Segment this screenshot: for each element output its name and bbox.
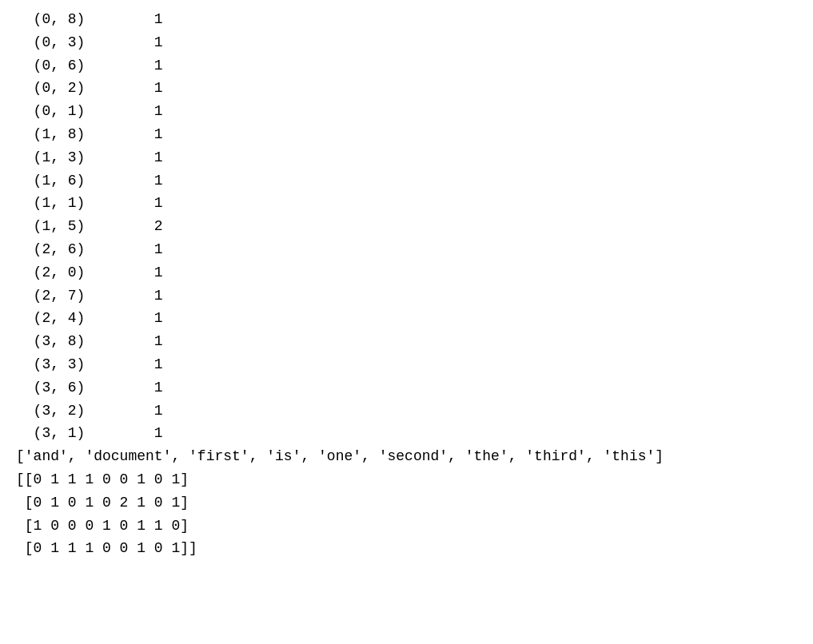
output-line: (1, 3) 1 xyxy=(16,146,797,169)
output-line: [1 0 0 0 1 0 1 1 0] xyxy=(16,515,797,538)
output-line: (2, 0) 1 xyxy=(16,261,797,284)
code-output-area: (0, 8) 1 (0, 3) 1 (0, 6) 1 (0, 2) 1 (0, … xyxy=(16,8,797,560)
output-line: (0, 2) 1 xyxy=(16,77,797,100)
output-line: [0 1 1 1 0 0 1 0 1]] xyxy=(16,537,797,560)
output-line: (3, 2) 1 xyxy=(16,400,797,423)
output-line: (2, 4) 1 xyxy=(16,307,797,330)
output-line: [0 1 0 1 0 2 1 0 1] xyxy=(16,491,797,515)
output-line: (3, 8) 1 xyxy=(16,330,797,353)
output-line: (0, 3) 1 xyxy=(16,31,797,54)
output-line: (0, 8) 1 xyxy=(16,8,797,31)
output-line: (1, 6) 1 xyxy=(16,169,797,193)
output-line: (1, 1) 1 xyxy=(16,192,797,215)
output-line: (3, 6) 1 xyxy=(16,376,797,400)
output-line: [[0 1 1 1 0 0 1 0 1] xyxy=(16,468,797,491)
output-line: (1, 5) 2 xyxy=(16,215,797,238)
output-line: ['and', 'document', 'first', 'is', 'one'… xyxy=(16,445,797,468)
output-line: (2, 7) 1 xyxy=(16,284,797,308)
output-line: (0, 6) 1 xyxy=(16,54,797,78)
output-line: (3, 3) 1 xyxy=(16,353,797,376)
output-line: (3, 1) 1 xyxy=(16,422,797,445)
output-line: (1, 8) 1 xyxy=(16,123,797,146)
output-line: (0, 1) 1 xyxy=(16,100,797,123)
output-line: (2, 6) 1 xyxy=(16,238,797,261)
